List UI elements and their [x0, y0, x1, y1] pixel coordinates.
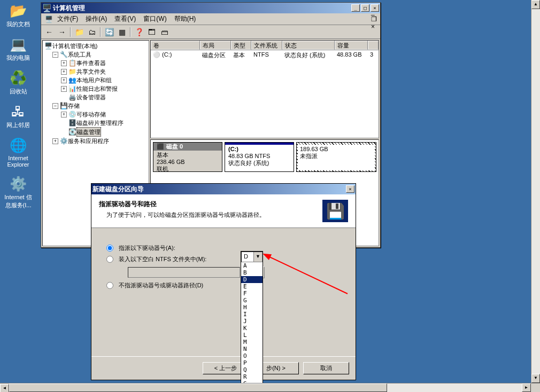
radio-mount-folder[interactable]: 装入以下空白 NTFS 文件夹中(M): — [106, 255, 341, 263]
dropdown-option[interactable]: F — [241, 290, 263, 297]
col-volume[interactable]: 卷 — [151, 41, 200, 50]
radio-noassign-input[interactable] — [106, 282, 113, 289]
dropdown-option[interactable]: E — [241, 283, 263, 290]
tree-devmgr[interactable]: 🖨️设备管理器 — [61, 93, 148, 101]
internet-explorer-icon[interactable]: 🌐Internet Explorer — [2, 137, 34, 168]
dropdown-option[interactable]: A — [241, 262, 263, 269]
menu-action[interactable]: 操作(A) — [82, 13, 110, 25]
dropdown-option[interactable]: M — [241, 339, 263, 346]
radio-mount-input[interactable] — [106, 256, 113, 263]
scroll-down-button[interactable]: ▼ — [531, 374, 540, 383]
refresh-button[interactable]: 🔄 — [103, 26, 115, 38]
expand-icon[interactable]: + — [61, 69, 67, 75]
menu-file[interactable]: 文件(F) — [54, 13, 81, 25]
menu-view[interactable]: 查看(V) — [111, 13, 139, 25]
collapse-icon[interactable]: − — [52, 103, 58, 109]
maximize-button[interactable]: □ — [361, 4, 369, 12]
col-extra[interactable] — [368, 41, 379, 50]
tree-diskmgmt[interactable]: 💽磁盘管理 — [61, 127, 148, 137]
back-button[interactable]: ← — [43, 26, 55, 38]
tree-storage[interactable]: −💾存储 — [52, 101, 148, 110]
child-close-button[interactable]: × — [371, 23, 377, 30]
radio-assign-input[interactable] — [106, 245, 113, 252]
dropdown-option[interactable]: D — [241, 276, 263, 283]
dropdown-option[interactable]: J — [241, 318, 263, 325]
tree-shared[interactable]: +📁共享文件夹 — [61, 67, 148, 76]
col-status[interactable]: 状态 — [282, 41, 335, 50]
scroll-left-button[interactable]: ◄ — [0, 384, 9, 392]
expand-icon[interactable]: + — [61, 112, 67, 117]
dropdown-option[interactable]: L — [241, 332, 263, 339]
partition-c[interactable]: (C:) 48.83 GB NTFS 状态良好 (系统) — [225, 142, 294, 172]
tree-defrag[interactable]: 🗄️磁盘碎片整理程序 — [61, 119, 148, 127]
network-neighborhood-icon[interactable]: 🖧网上邻居 — [2, 103, 34, 129]
col-capacity[interactable]: 容量 — [335, 41, 368, 50]
chevron-down-icon[interactable]: ▼ — [253, 252, 262, 262]
tree-services[interactable]: +⚙️服务和应用程序 — [52, 137, 148, 145]
collapse-icon[interactable]: − — [52, 52, 58, 58]
tree-root[interactable]: 🖥️计算机管理(本地) — [44, 42, 148, 50]
scroll-right-button[interactable]: ► — [522, 383, 531, 392]
expand-icon[interactable]: + — [61, 77, 67, 83]
my-computer-icon[interactable]: 💻我的电脑 — [2, 36, 34, 62]
up-button[interactable]: 📁 — [73, 26, 85, 38]
col-type[interactable]: 类型 — [231, 41, 251, 50]
tree-eventviewer[interactable]: +📋事件查看器 — [61, 59, 148, 67]
my-documents-icon[interactable]: 📂我的文档 — [2, 2, 34, 28]
partition-info: 48.83 GB NTFS — [228, 153, 270, 159]
dropdown-option[interactable]: P — [241, 359, 263, 366]
dropdown-option[interactable]: R — [241, 373, 263, 380]
dropdown-option[interactable]: G — [241, 297, 263, 304]
tree-users[interactable]: +👥本地用户和组 — [61, 76, 148, 84]
drive-letter-dropdown[interactable]: D ▼ ABDEFGHIJKLMNOPQRST — [241, 251, 263, 391]
dropdown-option[interactable]: B — [241, 269, 263, 276]
cancel-button[interactable]: 取消 — [303, 362, 349, 374]
expand-icon[interactable]: + — [61, 60, 67, 66]
radio-assign-letter[interactable]: 指派以下驱动器号(A): — [106, 244, 341, 252]
properties-button[interactable]: 🗂 — [86, 26, 98, 38]
volume-row[interactable]: ⚪ (C:) 磁盘分区 基本 NTFS 状态良好 (系统) 48.83 GB 3 — [151, 50, 379, 60]
minimize-button[interactable]: _ — [351, 4, 360, 12]
tree-perf[interactable]: +📊性能日志和警报 — [61, 84, 148, 93]
dropdown-option[interactable]: I — [241, 311, 263, 318]
list-button[interactable]: ▦ — [116, 26, 128, 38]
tree-systools[interactable]: −🔧系统工具 — [52, 50, 148, 59]
disk-info[interactable]: ⬛磁盘 0 基本 238.46 GB 联机 — [153, 142, 222, 172]
device-icon: 🖨️ — [68, 93, 76, 101]
event-icon: 📋 — [68, 59, 76, 67]
recycle-bin-icon[interactable]: ♻️回收站 — [2, 69, 34, 96]
forward-button[interactable]: → — [56, 26, 68, 38]
extra2-button[interactable]: 🗃 — [159, 26, 171, 38]
vertical-scrollbar[interactable]: ▲ ▼ — [531, 0, 540, 383]
radio-no-assign[interactable]: 不指派驱动器号或驱动器路径(D) — [106, 281, 341, 289]
col-fs[interactable]: 文件系统 — [251, 41, 282, 50]
dropdown-option[interactable]: N — [241, 346, 263, 352]
wizard-content: 指派以下驱动器号(A): 装入以下空白 NTFS 文件夹中(M): 浏览 不指派… — [91, 228, 356, 356]
extra1-button[interactable]: 🗔 — [146, 26, 158, 38]
mount-path-input — [128, 267, 240, 278]
wizard-close-button[interactable]: × — [346, 185, 354, 193]
dropdown-list[interactable]: ABDEFGHIJKLMNOPQRST — [241, 262, 263, 390]
titlebar: 🖥️ 计算机管理 _ □ × — [41, 3, 380, 13]
dropdown-option[interactable]: Q — [241, 366, 263, 373]
menu-window[interactable]: 窗口(W) — [140, 13, 169, 25]
dropdown-option[interactable]: O — [241, 352, 263, 359]
child-restore-button[interactable]: ❐ — [371, 15, 377, 23]
app-menu-icon[interactable]: 🖥️ — [44, 15, 53, 23]
expand-icon[interactable]: + — [61, 86, 67, 92]
child-minimize-button[interactable]: _ — [371, 8, 377, 15]
expand-icon[interactable]: + — [52, 138, 58, 144]
volume-list[interactable]: 卷 布局 类型 文件系统 状态 容量 ⚪ (C:) 磁盘分区 基本 NTFS 状… — [150, 40, 379, 138]
horizontal-scrollbar[interactable]: ◄ ► — [0, 383, 540, 392]
iis-icon[interactable]: ⚙️Internet 信息服务(I... — [2, 175, 34, 209]
menu-help[interactable]: 帮助(H) — [171, 13, 199, 25]
scroll-track[interactable] — [531, 9, 540, 374]
dropdown-option[interactable]: H — [241, 304, 263, 311]
scroll-thumb[interactable] — [9, 383, 387, 392]
tree-removable[interactable]: +💿可移动存储 — [61, 110, 148, 119]
dropdown-option[interactable]: K — [241, 325, 263, 332]
scroll-up-button[interactable]: ▲ — [531, 0, 540, 9]
help-button[interactable]: ❓ — [133, 26, 145, 38]
partition-unallocated[interactable]: 189.63 GB 未指派 — [296, 142, 376, 172]
col-layout[interactable]: 布局 — [200, 41, 231, 50]
